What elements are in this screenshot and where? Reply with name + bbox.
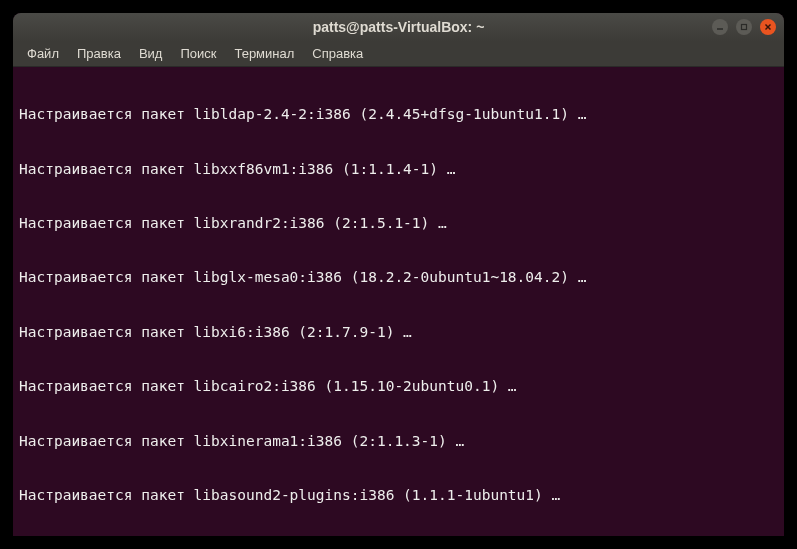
output-line: Настраивается пакет libxrandr2:i386 (2:1… bbox=[19, 214, 778, 232]
svg-rect-1 bbox=[742, 25, 747, 30]
output-line: Настраивается пакет libxinerama1:i386 (2… bbox=[19, 432, 778, 450]
menu-file[interactable]: Файл bbox=[19, 43, 67, 64]
terminal-output[interactable]: Настраивается пакет libldap-2.4-2:i386 (… bbox=[13, 67, 784, 536]
terminal-window: patts@patts-VirtualBox: ~ Файл Правка Ви… bbox=[13, 13, 784, 536]
output-line: Настраивается пакет libasound2-plugins:i… bbox=[19, 486, 778, 504]
output-line: Настраивается пакет libxxf86vm1:i386 (1:… bbox=[19, 160, 778, 178]
menu-view[interactable]: Вид bbox=[131, 43, 171, 64]
menubar: Файл Правка Вид Поиск Терминал Справка bbox=[13, 41, 784, 67]
close-button[interactable] bbox=[760, 19, 776, 35]
window-title: patts@patts-VirtualBox: ~ bbox=[313, 19, 485, 35]
menu-help[interactable]: Справка bbox=[304, 43, 371, 64]
output-line: Настраивается пакет libldap-2.4-2:i386 (… bbox=[19, 105, 778, 123]
output-line: Настраивается пакет libcairo2:i386 (1.15… bbox=[19, 377, 778, 395]
output-line: Настраивается пакет libxi6:i386 (2:1.7.9… bbox=[19, 323, 778, 341]
menu-edit[interactable]: Правка bbox=[69, 43, 129, 64]
maximize-button[interactable] bbox=[736, 19, 752, 35]
output-line: Настраивается пакет libglx-mesa0:i386 (1… bbox=[19, 268, 778, 286]
titlebar: patts@patts-VirtualBox: ~ bbox=[13, 13, 784, 41]
menu-terminal[interactable]: Терминал bbox=[226, 43, 302, 64]
window-controls bbox=[712, 19, 776, 35]
menu-search[interactable]: Поиск bbox=[172, 43, 224, 64]
minimize-button[interactable] bbox=[712, 19, 728, 35]
